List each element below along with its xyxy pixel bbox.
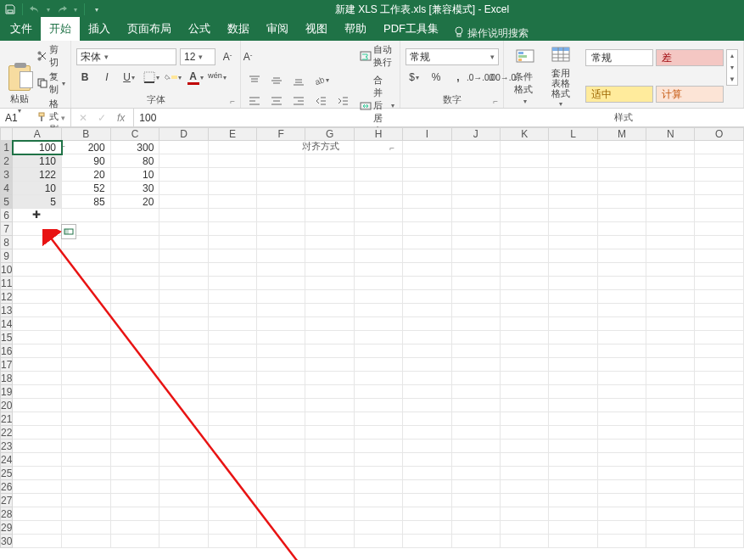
cell-O30[interactable] — [695, 535, 744, 548]
cell-M10[interactable] — [597, 263, 646, 277]
italic-button[interactable]: I — [98, 69, 115, 86]
column-header-A[interactable]: A — [13, 128, 62, 141]
cell-N4[interactable] — [646, 182, 695, 195]
cell-B16[interactable] — [62, 344, 111, 358]
cell-O4[interactable] — [695, 182, 744, 195]
cell-N18[interactable] — [646, 372, 695, 385]
cell-C21[interactable] — [110, 412, 159, 426]
cell-H12[interactable] — [354, 290, 402, 304]
cell-F30[interactable] — [257, 535, 305, 548]
cell-E17[interactable] — [208, 358, 256, 372]
increase-indent-button[interactable] — [334, 92, 351, 109]
cell-E12[interactable] — [208, 290, 256, 304]
cell-A18[interactable] — [13, 372, 62, 385]
cell-A8[interactable] — [13, 236, 62, 249]
cell-M30[interactable] — [597, 535, 646, 548]
tab-view[interactable]: 视图 — [297, 17, 336, 41]
cell-F7[interactable] — [257, 222, 305, 236]
cell-C20[interactable] — [110, 399, 159, 412]
cell-E9[interactable] — [208, 249, 256, 263]
cell-L15[interactable] — [549, 331, 597, 344]
name-box[interactable]: A1 ▾ — [0, 109, 71, 126]
align-middle-button[interactable] — [268, 72, 285, 89]
cell-K21[interactable] — [500, 412, 548, 426]
fill-color-button[interactable]: ▾ — [165, 69, 182, 86]
cell-C7[interactable] — [110, 222, 159, 236]
cell-J30[interactable] — [451, 535, 500, 548]
decrease-indent-button[interactable] — [312, 92, 329, 109]
cell-J21[interactable] — [451, 412, 500, 426]
cell-M23[interactable] — [597, 440, 646, 453]
font-name-combo[interactable]: 宋体 ▾ — [76, 48, 176, 65]
cell-I5[interactable] — [403, 195, 451, 209]
cell-D16[interactable] — [159, 344, 208, 358]
row-header-22[interactable]: 22 — [1, 426, 13, 440]
cell-J2[interactable] — [451, 154, 500, 168]
align-top-button[interactable] — [246, 72, 263, 89]
tab-formulas[interactable]: 公式 — [180, 17, 219, 41]
row-header-14[interactable]: 14 — [1, 317, 13, 331]
cell-A1[interactable]: 100 — [13, 141, 62, 154]
cell-J10[interactable] — [451, 263, 500, 277]
cell-O24[interactable] — [695, 453, 744, 467]
cell-M9[interactable] — [597, 249, 646, 263]
cell-O6[interactable] — [695, 209, 744, 222]
cell-C18[interactable] — [110, 372, 159, 385]
cell-A19[interactable] — [13, 385, 62, 399]
cell-E8[interactable] — [208, 236, 256, 249]
cell-O28[interactable] — [695, 507, 744, 521]
cell-M28[interactable] — [597, 507, 646, 521]
cell-D29[interactable] — [159, 521, 208, 535]
border-button[interactable]: ▾ — [143, 69, 159, 86]
cell-C11[interactable] — [110, 277, 159, 290]
cell-L8[interactable] — [549, 236, 597, 249]
cell-K30[interactable] — [500, 535, 548, 548]
number-format-combo[interactable]: 常规 ▾ — [406, 48, 499, 65]
cell-K29[interactable] — [500, 521, 548, 535]
cell-K18[interactable] — [500, 372, 548, 385]
cell-B12[interactable] — [62, 290, 111, 304]
cell-E28[interactable] — [208, 507, 256, 521]
cell-N19[interactable] — [646, 385, 695, 399]
cell-C28[interactable] — [110, 507, 159, 521]
cell-E18[interactable] — [208, 372, 256, 385]
cell-O10[interactable] — [695, 263, 744, 277]
cell-I4[interactable] — [403, 182, 451, 195]
bold-button[interactable]: B — [76, 69, 93, 86]
row-header-28[interactable]: 28 — [1, 507, 13, 521]
cell-C24[interactable] — [110, 453, 159, 467]
row-header-15[interactable]: 15 — [1, 331, 13, 344]
cell-K8[interactable] — [500, 236, 548, 249]
cell-H26[interactable] — [354, 480, 402, 494]
row-header-11[interactable]: 11 — [1, 277, 13, 290]
cell-A4[interactable]: 10 — [13, 182, 62, 195]
cell-K10[interactable] — [500, 263, 548, 277]
cell-H29[interactable] — [354, 521, 402, 535]
align-left-button[interactable] — [246, 92, 263, 109]
cell-G13[interactable] — [305, 304, 354, 317]
cell-D26[interactable] — [159, 480, 208, 494]
cell-N28[interactable] — [646, 507, 695, 521]
cell-A12[interactable] — [13, 290, 62, 304]
row-header-24[interactable]: 24 — [1, 453, 13, 467]
style-bad[interactable]: 差 — [656, 49, 724, 66]
cell-B23[interactable] — [62, 440, 111, 453]
cell-I24[interactable] — [403, 453, 451, 467]
cell-C26[interactable] — [110, 480, 159, 494]
cell-M15[interactable] — [597, 331, 646, 344]
format-as-table-button[interactable]: 套用 表格格式 ▾ — [545, 42, 577, 109]
cell-D5[interactable] — [159, 195, 208, 209]
cell-B14[interactable] — [62, 317, 111, 331]
cell-E20[interactable] — [208, 399, 256, 412]
cell-B1[interactable]: 200 — [62, 141, 111, 154]
cell-F22[interactable] — [257, 426, 305, 440]
cell-C1[interactable]: 300 — [110, 141, 159, 154]
cell-I6[interactable] — [403, 209, 451, 222]
cell-G7[interactable] — [305, 222, 354, 236]
cell-F26[interactable] — [257, 480, 305, 494]
cell-I19[interactable] — [403, 385, 451, 399]
row-header-4[interactable]: 4 — [1, 182, 13, 195]
cell-L25[interactable] — [549, 467, 597, 480]
cell-D15[interactable] — [159, 331, 208, 344]
cell-M17[interactable] — [597, 358, 646, 372]
